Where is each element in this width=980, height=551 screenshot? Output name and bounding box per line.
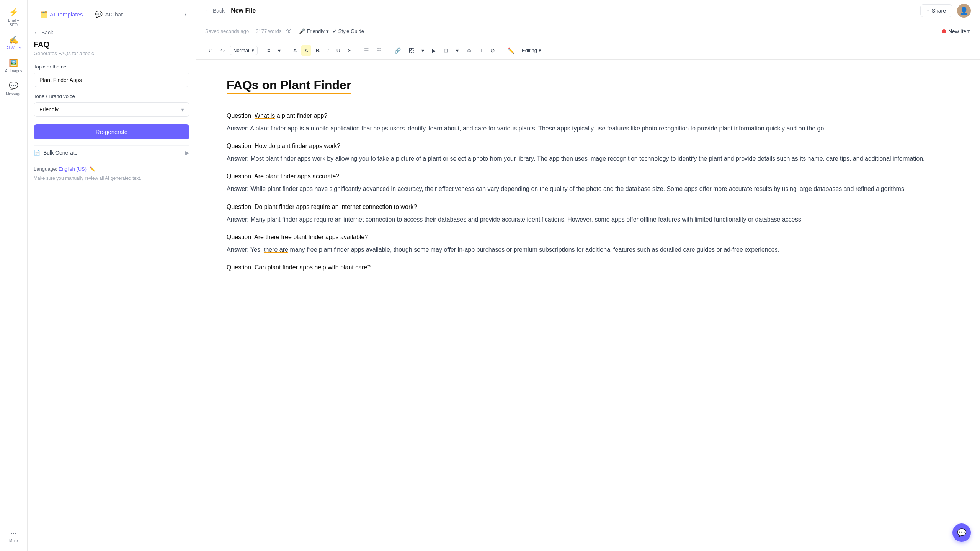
left-panel: 🗂️ AI Templates 💬 AIChat ‹ ← Back FAQ Ge… bbox=[28, 0, 196, 551]
sidebar-item-ai-images[interactable]: 🖼️ AI Images bbox=[2, 55, 26, 77]
underline-button[interactable]: U bbox=[333, 45, 343, 56]
back-button[interactable]: ← Back bbox=[34, 29, 53, 36]
tone-select-wrapper: Friendly Professional Casual Formal ▾ bbox=[34, 102, 189, 117]
disclaimer-text: Make sure you manually review all AI gen… bbox=[34, 175, 189, 182]
separator-2 bbox=[287, 46, 287, 55]
saved-status: Saved seconds ago bbox=[205, 28, 249, 34]
eye-icon[interactable]: 👁 bbox=[286, 28, 292, 35]
top-back-nav[interactable]: ← Back bbox=[205, 8, 225, 14]
style-select[interactable]: Normal ▾ bbox=[230, 46, 258, 55]
top-back-arrow-icon: ← bbox=[205, 8, 211, 14]
faq-item-1: Question: How do plant finder apps work?… bbox=[227, 143, 949, 164]
sidebar-item-message[interactable]: 💬 Message bbox=[2, 78, 26, 99]
bullet-list-button[interactable]: ☰ bbox=[361, 45, 372, 56]
sidebar-label-ai-writer: AI Writer bbox=[6, 46, 21, 51]
table-button[interactable]: ⊞ bbox=[441, 45, 451, 56]
top-back-label: Back bbox=[213, 8, 225, 14]
align-options-button[interactable]: ▾ bbox=[275, 45, 284, 56]
highlight-button[interactable]: A bbox=[301, 45, 311, 56]
style-select-label: Normal bbox=[233, 47, 249, 53]
ai-templates-icon: 🗂️ bbox=[40, 11, 47, 18]
tone-button[interactable]: 🎤 Friendly ▾ bbox=[299, 28, 328, 34]
faq-item-0: Question: What is a plant finder app? An… bbox=[227, 112, 949, 134]
separator-4 bbox=[388, 46, 388, 55]
sidebar-item-ai-writer[interactable]: ✍️ AI Writer bbox=[2, 32, 26, 54]
sidebar-item-more[interactable]: ··· More bbox=[2, 525, 26, 546]
edit-icon-button[interactable]: ✏️ bbox=[505, 45, 517, 56]
file-title: New File bbox=[231, 7, 920, 14]
bulk-generate-icon: 📄 bbox=[34, 150, 40, 156]
topic-label: Topic or theme bbox=[34, 64, 189, 70]
back-label: Back bbox=[41, 29, 53, 36]
special-char2-button[interactable]: ⊘ bbox=[487, 45, 498, 56]
faq-question-4: Question: Are there free plant finder ap… bbox=[227, 234, 949, 241]
faq-answer-1: Answer: Most plant finder apps work by a… bbox=[227, 153, 949, 164]
style-guide-button[interactable]: ✓ Style Guide bbox=[333, 28, 364, 34]
tone-dropdown-icon: ▾ bbox=[326, 28, 329, 34]
tab-aichat[interactable]: 💬 AIChat bbox=[89, 6, 129, 23]
italic-button[interactable]: I bbox=[324, 45, 332, 56]
bulk-generate-section[interactable]: 📄 Bulk Generate ▶ bbox=[34, 145, 189, 160]
tabs: 🗂️ AI Templates 💬 AIChat ‹ bbox=[34, 6, 189, 23]
doc-meta-bar: Saved seconds ago 3177 words 👁 🎤 Friendl… bbox=[196, 21, 980, 41]
share-label: Share bbox=[932, 8, 946, 14]
table-options-button[interactable]: ▾ bbox=[453, 45, 462, 56]
language-link[interactable]: English (US) bbox=[59, 166, 87, 172]
collapse-panel-button[interactable]: ‹ bbox=[181, 8, 189, 22]
topic-input[interactable] bbox=[34, 73, 189, 87]
faq-question-2: Question: Are plant finder apps accurate… bbox=[227, 173, 949, 180]
style-guide-icon: ✓ bbox=[333, 28, 337, 34]
tab-ai-templates-label: AI Templates bbox=[50, 11, 83, 18]
faq-item-3: Question: Do plant finder apps require a… bbox=[227, 204, 949, 225]
style-select-arrow-icon: ▾ bbox=[252, 47, 254, 53]
strikethrough-button[interactable]: S bbox=[345, 45, 354, 56]
sidebar-item-brief-seo[interactable]: ⚡ Brief + SEO bbox=[2, 5, 26, 31]
format-toolbar: ↩ ↪ Normal ▾ ≡ ▾ A A B I U S ☰ ☷ 🔗 🖼 ▾ ▶… bbox=[196, 41, 980, 60]
bulk-generate-arrow-icon: ▶ bbox=[185, 150, 189, 156]
tab-ai-templates[interactable]: 🗂️ AI Templates bbox=[34, 6, 89, 23]
chat-bubble-icon: 💬 bbox=[957, 528, 967, 537]
language-section: Language: English (US) ✏️ bbox=[34, 166, 189, 172]
align-button[interactable]: ≡ bbox=[264, 45, 273, 56]
tone-select[interactable]: Friendly Professional Casual Formal bbox=[34, 102, 189, 117]
regenerate-button[interactable]: Re-generate bbox=[34, 124, 189, 139]
new-item-button[interactable]: New Item bbox=[942, 28, 971, 34]
chat-bubble-button[interactable]: 💬 bbox=[952, 523, 971, 542]
style-guide-label: Style Guide bbox=[338, 28, 364, 34]
regenerate-label: Re-generate bbox=[96, 129, 127, 135]
saved-label: Saved seconds ago bbox=[205, 28, 249, 34]
sidebar-label-more: More bbox=[9, 539, 18, 543]
more-icon: ··· bbox=[10, 528, 17, 537]
faq-answer-2: Answer: While plant finder apps have sig… bbox=[227, 184, 949, 194]
image-button[interactable]: 🖼 bbox=[405, 45, 417, 56]
special-char-button[interactable]: T bbox=[477, 45, 486, 56]
underline-text-button[interactable]: A bbox=[290, 45, 300, 56]
play-button[interactable]: ▶ bbox=[429, 45, 439, 56]
ai-writer-icon: ✍️ bbox=[9, 35, 18, 44]
left-panel-header: 🗂️ AI Templates 💬 AIChat ‹ bbox=[28, 0, 196, 23]
link-button[interactable]: 🔗 bbox=[391, 45, 404, 56]
faq-answer-4: Answer: Yes, there are many free plant f… bbox=[227, 245, 949, 255]
editing-mode-button[interactable]: Editing ▾ bbox=[522, 47, 541, 53]
sidebar-label-ai-images: AI Images bbox=[5, 69, 22, 73]
bold-button[interactable]: B bbox=[313, 45, 323, 56]
edit-language-icon[interactable]: ✏️ bbox=[90, 166, 95, 172]
share-button[interactable]: ↑ Share bbox=[920, 4, 952, 17]
image-options-button[interactable]: ▾ bbox=[418, 45, 427, 56]
new-item-dot bbox=[942, 29, 946, 33]
more-options-button[interactable]: ··· bbox=[543, 45, 556, 56]
separator-5 bbox=[501, 46, 501, 55]
separator-3 bbox=[358, 46, 358, 55]
word-count: 3177 words 👁 bbox=[256, 28, 292, 35]
emoji-button[interactable]: ☺ bbox=[463, 45, 475, 56]
redo-button[interactable]: ↪ bbox=[217, 45, 228, 56]
doc-title: FAQs on Plant Finder bbox=[227, 78, 351, 94]
undo-button[interactable]: ↩ bbox=[205, 45, 216, 56]
mic-icon: 🎤 bbox=[299, 28, 305, 34]
numbered-list-button[interactable]: ☷ bbox=[374, 45, 385, 56]
editing-label: Editing bbox=[522, 47, 537, 53]
tone-label: Friendly bbox=[307, 28, 324, 34]
message-icon: 💬 bbox=[9, 81, 18, 90]
faq-question-1: Question: How do plant finder apps work? bbox=[227, 143, 949, 150]
editing-dropdown-icon: ▾ bbox=[539, 47, 541, 53]
